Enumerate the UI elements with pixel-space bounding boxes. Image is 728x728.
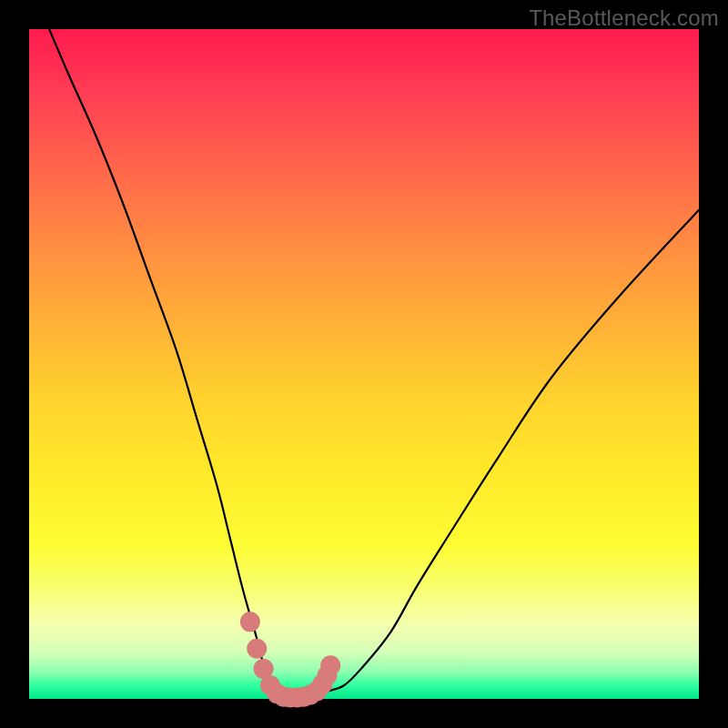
valley-marker <box>240 612 260 632</box>
valley-marker <box>247 639 267 659</box>
bottleneck-curve <box>49 29 699 700</box>
valley-markers <box>240 612 340 707</box>
curve-layer <box>29 29 699 699</box>
valley-marker <box>320 655 340 675</box>
plot-area <box>29 29 699 699</box>
watermark-text: TheBottleneck.com <box>529 5 719 31</box>
chart-frame: TheBottleneck.com <box>0 0 728 728</box>
